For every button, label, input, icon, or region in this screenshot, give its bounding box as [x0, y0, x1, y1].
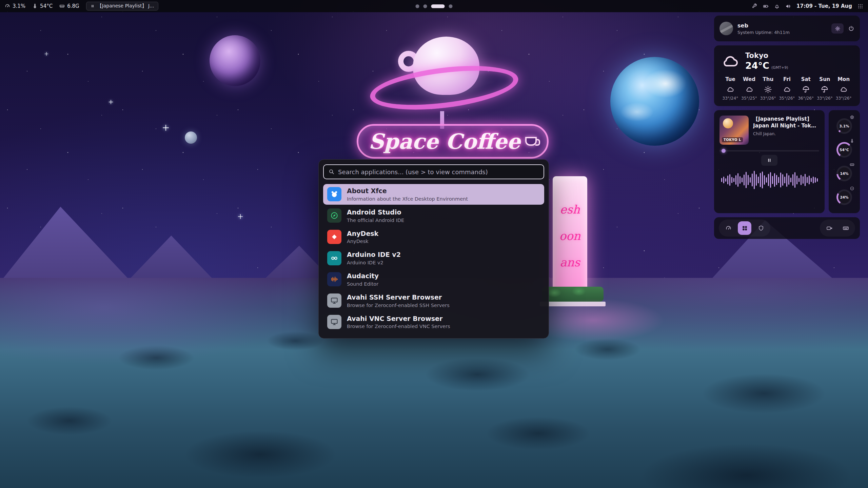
waveform-bar	[748, 175, 749, 185]
weather-cloud-icon	[721, 52, 740, 71]
widget-panel: seb System Uptime: 4h11m Tokyo 24°C (GMT…	[714, 16, 860, 239]
app-icon-computer	[327, 315, 341, 329]
stat-value: 3.1%	[839, 124, 849, 128]
neon-cup-icon	[525, 137, 537, 146]
waveform-bar	[801, 175, 802, 185]
waveform-bar	[807, 177, 808, 183]
stat-value: 24%	[840, 195, 848, 199]
stat-ring-arc: 3.1%	[836, 118, 852, 134]
weather-card: Tokyo 24°C (GMT+9) Tue 33°/24° Wed 35°/2…	[714, 45, 860, 106]
waveform-bar	[760, 173, 761, 187]
app-icon-xfce	[327, 187, 341, 201]
notifications-bell-icon[interactable]	[774, 3, 780, 9]
app-icon-arduino	[327, 251, 341, 265]
volume-icon[interactable]	[785, 3, 791, 9]
app-list-item[interactable]: Audacity Sound Editor	[323, 269, 544, 290]
thermometer-icon	[32, 3, 38, 9]
gauge-icon	[725, 225, 732, 231]
workspace-dot[interactable]	[423, 4, 427, 8]
performance-button[interactable]	[722, 221, 735, 235]
app-grid-icon[interactable]	[857, 3, 863, 9]
app-name: Audacity	[347, 272, 379, 280]
sparkle-star	[109, 100, 113, 104]
now-playing-text: 【Japanese Playlist】 J...	[97, 3, 154, 9]
weather-timezone: (GMT+9)	[771, 65, 788, 70]
forecast-weather-icon	[821, 85, 829, 94]
waveform-bar	[776, 175, 777, 185]
forecast-weather-icon	[840, 85, 848, 94]
app-grid-button[interactable]	[738, 221, 751, 235]
seek-bar[interactable]	[719, 150, 819, 151]
waveform-bar	[786, 173, 787, 187]
system-stats-card: 3.1% 54°C 14% 24%	[829, 110, 860, 213]
stat-ring-arc: 24%	[836, 189, 852, 205]
sparkle-star	[238, 214, 243, 219]
shop-window-text: ans	[560, 256, 580, 269]
user-card: seb System Uptime: 4h11m	[714, 16, 860, 41]
forecast-day-label: Thu	[758, 76, 777, 82]
album-art-label: TOKYO L	[722, 137, 743, 142]
weather-temp: 24°C	[745, 60, 769, 71]
workspace-dot[interactable]	[416, 4, 419, 8]
forecast-day-label: Fri	[777, 76, 796, 82]
stat-ring: 24%	[833, 185, 855, 209]
audio-waveform	[719, 168, 819, 191]
forecast-day-label: Wed	[740, 76, 759, 82]
waveform-bar	[813, 177, 814, 183]
waveform-bar	[752, 174, 753, 186]
app-name: Avahi SSH Server Browser	[347, 293, 450, 302]
shield-button[interactable]	[754, 221, 768, 235]
shield-icon	[758, 225, 764, 231]
waveform-bar	[729, 174, 730, 186]
avatar	[719, 22, 733, 35]
forecast-weather-icon	[726, 85, 734, 94]
app-list-item[interactable]: Avahi VNC Server Browser Browse for Zero…	[323, 312, 544, 332]
waveform-bar	[798, 178, 800, 182]
app-list-item[interactable]: Arduino IDE v2 Arduino IDE v2	[323, 248, 544, 268]
user-name: seb	[737, 22, 790, 29]
app-list-item[interactable]: AnyDesk AnyDesk	[323, 227, 544, 247]
search-input[interactable]	[338, 168, 539, 176]
app-launcher: About Xfce Information about the Xfce De…	[318, 159, 549, 339]
search-field[interactable]	[323, 164, 544, 179]
workspace-indicator[interactable]	[416, 0, 453, 12]
app-list-item[interactable]: About Xfce Information about the Xfce De…	[323, 184, 544, 205]
waveform-bar	[782, 174, 783, 186]
power-button[interactable]	[848, 25, 854, 32]
cpu-value: 3.1%	[13, 3, 25, 9]
stat-ring-arc: 54°C	[836, 142, 852, 158]
gear-icon	[835, 26, 841, 32]
app-list-item[interactable]: Avahi SSH Server Browser Browse for Zero…	[323, 290, 544, 311]
forecast-weather-icon	[764, 85, 772, 94]
apps-grid-icon	[742, 225, 748, 231]
workspace-dot[interactable]	[449, 4, 453, 8]
screen-record-button[interactable]	[823, 221, 836, 235]
waveform-bar	[780, 172, 781, 187]
seek-handle[interactable]	[722, 149, 726, 153]
waveform-bar	[727, 176, 728, 184]
shop-window: esh oon ans	[553, 176, 587, 296]
forecast-weather-icon	[745, 85, 753, 94]
waveform-bar	[742, 178, 743, 182]
waveform-bar	[790, 178, 791, 182]
clock[interactable]: 17:09 - Tue, 19 Aug	[796, 3, 852, 9]
now-playing-chip[interactable]: 【Japanese Playlist】 J...	[86, 2, 159, 11]
battery-icon[interactable]	[763, 3, 769, 9]
settings-button[interactable]	[831, 23, 844, 34]
neon-sign: Space Coffee	[357, 124, 549, 159]
cpu-indicator[interactable]: 3.1%	[5, 3, 25, 9]
waveform-bar	[778, 177, 779, 183]
workspace-dot-active[interactable]	[431, 4, 445, 8]
play-pause-button[interactable]	[761, 155, 777, 166]
memory-indicator[interactable]: 6.8G	[59, 3, 79, 9]
waveform-bar	[735, 175, 736, 185]
tools-icon[interactable]	[752, 3, 757, 9]
forecast-day: Sun 33°/26°	[815, 76, 834, 101]
cpu-gauge-icon	[5, 3, 10, 9]
temperature-indicator[interactable]: 54°C	[32, 3, 53, 9]
neon-sign-text: Space Coffee	[369, 129, 520, 154]
forecast-day-label: Tue	[721, 76, 740, 82]
forecast-day: Tue 33°/24°	[721, 76, 740, 101]
app-list-item[interactable]: Android Studio The official Android IDE	[323, 205, 544, 226]
keyboard-button[interactable]	[839, 221, 852, 235]
